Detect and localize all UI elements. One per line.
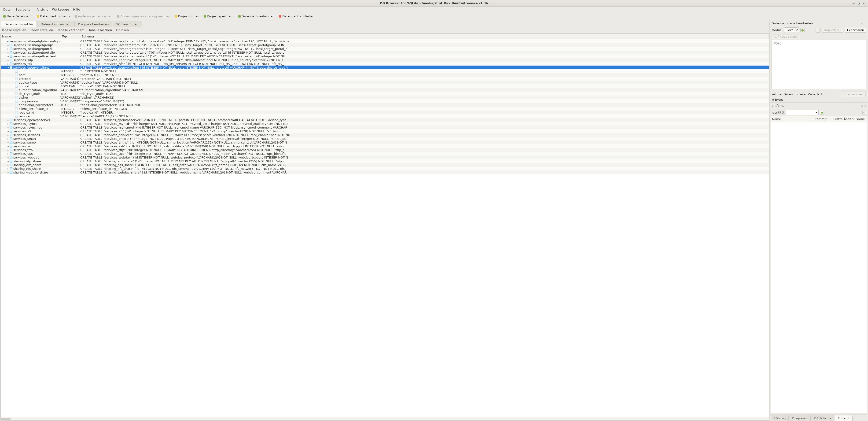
table-row[interactable]: ▸services_sshCREATE TABLE "services_ssh"…: [1, 144, 769, 148]
action-drucken[interactable]: Drucken: [116, 28, 129, 32]
table-row[interactable]: ▸services_upsCREATE TABLE "services_ups"…: [1, 152, 769, 155]
table-row[interactable]: ▸sharing_cifs_shareCREATE TABLE "sharing…: [1, 163, 769, 167]
col-header-type[interactable]: Typ: [60, 34, 80, 39]
bottom-tab-diagramm[interactable]: Diagramm: [789, 415, 811, 421]
action-tabelle-l-schen[interactable]: Tabelle löschen: [89, 28, 112, 32]
column-row[interactable]: compressionVARCHAR(32)"compression" VARC…: [1, 99, 769, 103]
expander-icon[interactable]: ▸: [7, 138, 9, 140]
column-row[interactable]: protocolVARCHAR(4)"protocol" VARCHAR(4) …: [1, 77, 769, 81]
column-row[interactable]: authentication_algorithmVARCHAR(32)"auth…: [1, 88, 769, 92]
table-row[interactable]: ▸services_iscsitargettoextentCREATE TABL…: [1, 54, 769, 58]
tab-pragmas-bearbeiten[interactable]: Pragmas bearbeiten: [74, 21, 112, 27]
import-button[interactable]: Importieren: [822, 28, 843, 33]
table-row[interactable]: ▸sharing_afp_shareCREATE TABLE "sharing_…: [1, 159, 769, 163]
menu-datei[interactable]: Datei: [1, 7, 13, 12]
column-row[interactable]: root_ca_idINTEGER"root_ca_id" INTEGER: [1, 111, 769, 114]
expander-icon[interactable]: ▸: [7, 164, 9, 166]
expander-icon[interactable]: ▸: [7, 44, 9, 47]
apply-button[interactable]: Übernehmen: [841, 92, 866, 97]
refresh-icon[interactable]: ●: [800, 28, 805, 32]
export-button[interactable]: Exportieren: [845, 28, 866, 33]
expander-icon[interactable]: ▸: [7, 160, 9, 162]
rem-col-commit[interactable]: Commit: [813, 116, 832, 122]
action-tabelle-erstellen[interactable]: Tabelle erstellen: [1, 28, 26, 32]
table-row[interactable]: ▸services_snmpCREATE TABLE "services_snm…: [1, 141, 769, 144]
column-row[interactable]: nobindBOOLEAN"nobind" BOOLEAN NOT NULL: [1, 84, 769, 88]
tab-datenbankstruktur[interactable]: Datenbankstruktur: [1, 21, 37, 27]
toolbar-datenbank-schlie-en[interactable]: Datenbank schließen: [277, 13, 316, 19]
close-button[interactable]: ✕: [863, 1, 865, 5]
expander-icon[interactable]: ▸: [7, 55, 9, 58]
minimize-button[interactable]: —: [853, 1, 855, 5]
table-row[interactable]: ▸services_iscsitargetportalipCREATE TABL…: [1, 51, 769, 54]
expander-icon[interactable]: ▸: [7, 152, 9, 155]
undock-icon[interactable]: ◫ ▫: [862, 105, 866, 107]
refresh-icon[interactable]: ●: [820, 111, 824, 115]
table-row[interactable]: ▸services_webdavCREATE TABLE "services_w…: [1, 155, 769, 159]
table-row[interactable]: ▸services_openvpnserverCREATE TABLE serv…: [1, 118, 769, 122]
expander-icon[interactable]: ▸: [7, 130, 9, 132]
bottom-tab-entfernt[interactable]: Entfernt: [835, 415, 853, 421]
table-row[interactable]: ▸services_iscsitargetgroupsCREATE TABLE …: [1, 43, 769, 47]
tab-sql-ausf-hren[interactable]: SQL ausführen: [113, 21, 142, 27]
table-row[interactable]: ▸services_iscsitargetportalCREATE TABLE …: [1, 47, 769, 51]
table-row[interactable]: ▸services_smartCREATE TABLE "services_sm…: [1, 137, 769, 141]
bottom-tab-sql-log[interactable]: SQL-Log: [771, 415, 788, 421]
column-row[interactable]: device_typeVARCHAR(4)"device_type" VARCH…: [1, 81, 769, 84]
maximize-button[interactable]: □: [858, 1, 860, 5]
column-row[interactable]: additional_parametersTEXT"additional_par…: [1, 103, 769, 107]
menu-hilfe[interactable]: Hilfe: [71, 7, 82, 12]
expander-icon[interactable]: ▸: [7, 62, 9, 65]
table-row[interactable]: ▸services_lldpCREATE TABLE "services_lld…: [1, 58, 769, 62]
rem-col-modified[interactable]: Letzte Änderung: [832, 116, 854, 122]
expander-icon[interactable]: ▸: [7, 145, 9, 148]
mode-select[interactable]: Text: [784, 27, 799, 33]
expander-icon[interactable]: ▸: [7, 119, 9, 121]
col-header-schema[interactable]: Schema: [80, 34, 769, 39]
column-row[interactable]: idINTEGER"id" INTEGER NOT NULL: [1, 69, 769, 73]
rem-col-name[interactable]: Name: [771, 116, 813, 122]
table-row[interactable]: ▸services_tftpCREATE TABLE "services_tft…: [1, 148, 769, 152]
table-row[interactable]: ▸services_rsyncmodCREATE TABLE "services…: [1, 125, 769, 129]
menu-bearbeiten[interactable]: Bearbeiten: [14, 7, 34, 12]
undock-icon[interactable]: ◫ ▫: [862, 22, 866, 25]
expander-icon[interactable]: ▸: [7, 156, 9, 159]
table-row[interactable]: ▸services_nfsCREATE TABLE "services_nfs"…: [1, 62, 769, 66]
format-button[interactable]: ⎘: [815, 28, 821, 33]
expander-icon[interactable]: ▸: [7, 122, 9, 125]
table-row[interactable]: ▸services_iscsitargetglobalconfigurati…C…: [1, 39, 769, 43]
settings-icon[interactable]: ⚙: [862, 111, 866, 115]
rem-col-size[interactable]: Größe: [854, 116, 867, 122]
col-header-name[interactable]: Name: [1, 34, 60, 39]
column-row[interactable]: remoteVARCHAR(12…"remote" VARCHAR(120) N…: [1, 114, 769, 118]
expander-icon[interactable]: ▸: [7, 126, 9, 129]
menu-werkzeuge[interactable]: Werkzeuge: [50, 7, 71, 12]
action-tabelle-ver-ndern[interactable]: Tabelle verändern: [57, 28, 85, 32]
table-row[interactable]: ▾services_openvpnclientCREATE TABLE serv…: [1, 66, 769, 69]
column-row[interactable]: tls_crypt_authTEXT"tls_crypt_auth" TEXT: [1, 92, 769, 95]
expander-icon[interactable]: ▸: [7, 51, 9, 54]
column-row[interactable]: cipherVARCHAR(32)"cipher" VARCHAR(32): [1, 95, 769, 99]
expander-icon[interactable]: ▸: [7, 149, 9, 151]
table-row[interactable]: ▸services_rsyncdCREATE TABLE "services_r…: [1, 122, 769, 125]
column-row[interactable]: portINTEGER"port" INTEGER NOT NULL: [1, 73, 769, 77]
toolbar-datenbank-anh-ngen[interactable]: Datenbank anhängen: [237, 13, 276, 19]
expander-icon[interactable]: ▸: [7, 141, 9, 144]
toolbar-datenbank-ffnen[interactable]: Datenbank öffnen▾: [35, 13, 72, 19]
table-row[interactable]: ▸sharing_webdav_shareCREATE TABLE "shari…: [1, 171, 769, 174]
removed-table-body[interactable]: [771, 122, 867, 413]
expander-icon[interactable]: ▸: [7, 48, 9, 50]
tab-daten-durchsuchen[interactable]: Daten durchsuchen: [37, 21, 74, 27]
column-row[interactable]: client_certificate_idINTEGER"client_cert…: [1, 107, 769, 111]
toolbar-projekt-ffnen[interactable]: Projekt öffnen: [173, 13, 201, 19]
bottom-tab-db-schema[interactable]: DB Schema: [811, 415, 834, 421]
expander-icon[interactable]: ▸: [7, 59, 9, 61]
expander-icon[interactable]: ▸: [7, 134, 9, 136]
tree-body[interactable]: ▸services_iscsitargetglobalconfigurati…C…: [1, 39, 769, 417]
expander-icon[interactable]: ▸: [7, 171, 9, 174]
table-row[interactable]: ▸sharing_nfs_shareCREATE TABLE "sharing_…: [1, 167, 769, 171]
toolbar-projekt-speichern[interactable]: Projekt speichern: [202, 13, 235, 19]
expander-icon[interactable]: ▾: [7, 66, 9, 69]
expander-icon[interactable]: ▸: [7, 168, 9, 170]
table-row[interactable]: ▸services_s3CREATE TABLE "services_s3" (…: [1, 129, 769, 133]
